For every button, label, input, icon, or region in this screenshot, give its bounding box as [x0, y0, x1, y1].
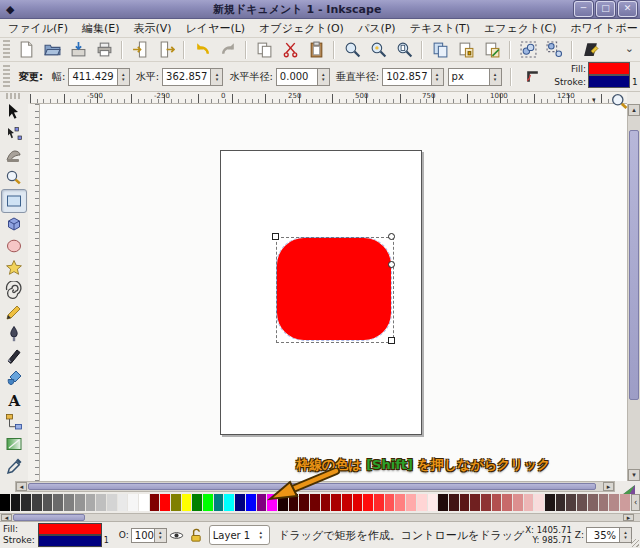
- palette-swatch[interactable]: [342, 494, 353, 511]
- undo-button[interactable]: [191, 39, 213, 61]
- palette-swatch[interactable]: [534, 494, 545, 511]
- redo-button[interactable]: [217, 39, 239, 61]
- pencil-tool[interactable]: [2, 301, 26, 323]
- open-document-button[interactable]: [41, 39, 63, 61]
- palette-swatch[interactable]: [171, 494, 182, 511]
- scroll-right-button[interactable]: ▸: [603, 482, 614, 491]
- palette-swatch[interactable]: [566, 494, 577, 511]
- canvas-viewport[interactable]: [40, 104, 627, 481]
- dropdown-arrows-icon[interactable]: ▴▾: [490, 68, 502, 86]
- palette-swatch[interactable]: [203, 494, 214, 511]
- vertical-scroll-thumb[interactable]: [629, 130, 639, 400]
- layer-visibility-eye-icon[interactable]: [169, 528, 184, 543]
- palette-swatch[interactable]: [139, 494, 150, 511]
- sharp-corners-button[interactable]: [522, 66, 544, 88]
- palette-swatch[interactable]: [428, 494, 439, 511]
- palette-swatch[interactable]: [96, 494, 107, 511]
- gradient-tool[interactable]: [2, 433, 26, 455]
- rectangle-tool[interactable]: [1, 189, 27, 213]
- rx-spinbox[interactable]: 0.000▴▾: [276, 68, 330, 86]
- palette-swatch[interactable]: [417, 494, 428, 511]
- toolbar-overflow-chevron[interactable]: ⌄: [625, 42, 634, 55]
- selector-tool[interactable]: [2, 101, 26, 123]
- resize-handle-top-left[interactable]: [272, 233, 279, 240]
- palette-swatch[interactable]: [0, 494, 11, 511]
- palette-swatch[interactable]: [75, 494, 86, 511]
- menu-whiteboard[interactable]: ホワイトボード(R): [571, 21, 640, 36]
- toolbox-grip[interactable]: [6, 93, 23, 99]
- ellipse-tool[interactable]: [2, 235, 26, 257]
- zoom-tool[interactable]: [2, 167, 26, 189]
- dropper-tool[interactable]: [2, 455, 26, 477]
- spinner-arrows-icon[interactable]: ▴▾: [432, 68, 444, 86]
- palette-swatch[interactable]: [609, 494, 620, 511]
- window-resize-grip[interactable]: [631, 539, 639, 547]
- toolbar-grip[interactable]: [3, 40, 10, 58]
- zoom-to-selection-button[interactable]: [341, 39, 363, 61]
- palette-swatch[interactable]: [556, 494, 567, 511]
- palette-swatch[interactable]: [160, 494, 171, 511]
- palette-swatch[interactable]: [406, 494, 417, 511]
- palette-scroll-left-button[interactable]: ◂: [1, 514, 12, 521]
- vertical-scrollbar[interactable]: ▴ ▾: [627, 104, 640, 481]
- palette-swatch[interactable]: [182, 494, 193, 511]
- 3d-box-tool[interactable]: [2, 213, 26, 235]
- pen-tool[interactable]: [2, 323, 26, 345]
- palette-swatch[interactable]: [353, 494, 364, 511]
- spinner-arrows-icon[interactable]: ▴▾: [318, 68, 330, 86]
- palette-swatch[interactable]: [53, 494, 64, 511]
- menu-effects[interactable]: エフェクト(C): [484, 21, 557, 36]
- unit-dropdown[interactable]: px▴▾: [448, 68, 502, 86]
- width-spinbox[interactable]: 411.429▴▾: [68, 68, 129, 86]
- horizontal-spinbox[interactable]: 362.857▴▾: [162, 68, 223, 86]
- palette-overflow-arrow[interactable]: ‹: [631, 494, 640, 511]
- zoom-to-page-button[interactable]: [393, 39, 415, 61]
- spinner-arrows-icon[interactable]: ▴▾: [118, 68, 130, 86]
- spinner-arrows-icon[interactable]: ▴▾: [155, 528, 167, 543]
- vertical-ruler[interactable]: [28, 104, 40, 481]
- palette-swatch[interactable]: [599, 494, 610, 511]
- palette-swatch[interactable]: [460, 494, 471, 511]
- create-clone-button[interactable]: [455, 39, 477, 61]
- palette-swatch[interactable]: [11, 494, 22, 511]
- ry-spinbox[interactable]: 102.857▴▾: [382, 68, 443, 86]
- palette-swatch[interactable]: [395, 494, 406, 511]
- ungroup-button[interactable]: [543, 39, 565, 61]
- zoom-to-drawing-button[interactable]: [367, 39, 389, 61]
- palette-swatch[interactable]: [470, 494, 481, 511]
- menu-view[interactable]: 表示(V): [134, 21, 172, 36]
- palette-swatch[interactable]: [363, 494, 374, 511]
- connector-tool[interactable]: [2, 411, 26, 433]
- palette-swatch[interactable]: [32, 494, 43, 511]
- title-bar[interactable]: ◆ 新規ドキュメント 1 - Inkscape ─ □ ✕: [0, 0, 640, 19]
- paint-bucket-tool[interactable]: [2, 367, 26, 389]
- group-button[interactable]: [517, 39, 539, 61]
- scroll-down-button[interactable]: ▾: [628, 469, 640, 481]
- scroll-left-button[interactable]: ◂: [16, 482, 27, 491]
- paste-button[interactable]: [305, 39, 327, 61]
- export-button[interactable]: [155, 39, 177, 61]
- stroke-color-swatch[interactable]: [38, 535, 102, 547]
- text-tool[interactable]: A: [2, 389, 26, 411]
- palette-swatch[interactable]: [43, 494, 54, 511]
- palette-swatch[interactable]: [224, 494, 235, 511]
- fill-stroke-indicator[interactable]: Fill: Stroke: 1: [3, 523, 113, 547]
- palette-swatch[interactable]: [128, 494, 139, 511]
- dropdown-arrows-icon[interactable]: ▴▾: [255, 530, 266, 540]
- palette-swatch[interactable]: [438, 494, 449, 511]
- cms-toggle-icon[interactable]: [621, 481, 636, 493]
- menu-layer[interactable]: レイヤー(L): [186, 21, 246, 36]
- palette-swatch[interactable]: [524, 494, 535, 511]
- palette-swatch[interactable]: [545, 494, 556, 511]
- close-button[interactable]: ✕: [618, 1, 637, 17]
- palette-swatch[interactable]: [246, 494, 257, 511]
- maximize-button[interactable]: □: [596, 1, 615, 17]
- spiral-tool[interactable]: [2, 279, 26, 301]
- menu-text[interactable]: テキスト(T): [410, 21, 470, 36]
- layer-selector[interactable]: Layer 1 ▴▾: [209, 525, 270, 545]
- palette-swatch[interactable]: [385, 494, 396, 511]
- radius-handle-ry[interactable]: [388, 261, 395, 268]
- menu-edit[interactable]: 編集(E): [82, 21, 120, 36]
- star-tool[interactable]: [2, 257, 26, 279]
- palette-swatch[interactable]: [577, 494, 588, 511]
